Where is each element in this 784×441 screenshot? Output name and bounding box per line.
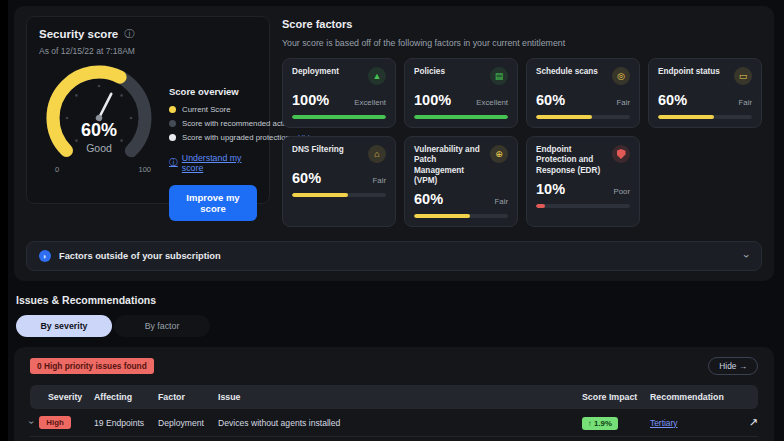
factor-percent: 60% — [536, 92, 565, 108]
factor-progress-bar — [536, 204, 630, 208]
improve-my-score-button[interactable]: Improve my score — [169, 185, 257, 221]
legend-item: Score with recommended actions — [169, 119, 257, 128]
factor-name: Vulnerability and Patch Management (VPM) — [414, 145, 485, 186]
col-factor: Factor — [158, 392, 218, 402]
factor-progress-fill — [414, 214, 470, 218]
gauge-arc — [39, 58, 159, 178]
factor-percent: 60% — [414, 191, 443, 207]
shield-glyph — [617, 149, 626, 159]
factor-name: Endpoint status — [658, 67, 720, 77]
shield-icon — [612, 145, 630, 163]
legend-dot-icon — [169, 134, 176, 141]
factor-status: Fair — [495, 197, 508, 206]
gauge-needle — [95, 92, 114, 122]
issues-tabs: By severityBy factor — [16, 315, 784, 337]
severity-cell: ›High — [30, 416, 94, 429]
factor-status: Poor — [614, 187, 630, 196]
issues-table-body: ›High19 EndpointsDeploymentDevices witho… — [30, 409, 758, 441]
factor-card[interactable]: Schedule scans◎60%Fair — [526, 58, 640, 128]
factor-percent: 10% — [536, 181, 565, 197]
severity-badge: High — [39, 416, 70, 429]
factor-name: DNS Filtering — [292, 145, 344, 155]
factor-progress-fill — [414, 115, 508, 119]
legend-dot-icon — [169, 120, 176, 127]
dns-filter-icon: ⌂ — [368, 145, 386, 163]
hide-issues-button[interactable]: Hide → — [708, 357, 758, 375]
factors-outside-subscription-toggle[interactable]: ◗ Factors outside of your subscription › — [26, 241, 762, 271]
legend-label: Score with recommended actions — [182, 119, 297, 128]
issue-cell: Devices without agents installed — [218, 418, 582, 428]
policy-document-icon: ▤ — [490, 67, 508, 85]
subscription-info-icon: ◗ — [39, 250, 51, 262]
factor-card[interactable]: Vulnerability and Patch Management (VPM)… — [404, 136, 518, 227]
factor-status: Fair — [373, 176, 386, 185]
scan-target-icon: ◎ — [612, 67, 630, 85]
factor-progress-fill — [536, 204, 545, 208]
external-link-icon[interactable]: ↗ — [724, 416, 758, 429]
score-factors-subtitle: Your score is based off of the following… — [282, 38, 762, 48]
score-factor-cards: Deployment▲100%ExcellentPolicies▤100%Exc… — [282, 58, 762, 227]
factor-name: Schedule scans — [536, 67, 598, 77]
factor-progress-bar — [414, 214, 508, 218]
col-affecting: Affecting — [94, 392, 158, 402]
factor-name: Policies — [414, 67, 445, 77]
gauge-status: Good — [39, 142, 159, 154]
factor-card[interactable]: Policies▤100%Excellent — [404, 58, 518, 128]
factor-card[interactable]: Endpoint Protection and Response (EDR)10… — [526, 136, 640, 227]
factor-name: Endpoint Protection and Response (EDR) — [536, 145, 607, 176]
score-overview: Score overview Current ScoreScore with r… — [169, 58, 257, 221]
security-overview-panel: Security score ⓘ As of 12/15/22 at 7:18A… — [14, 6, 774, 281]
tab-by-factor[interactable]: By factor — [114, 315, 210, 337]
score-timestamp: As of 12/15/22 at 7:18AM — [39, 46, 257, 56]
factor-card[interactable]: DNS Filtering⌂60%Fair — [282, 136, 396, 227]
gauge-max-label: 100 — [138, 165, 151, 174]
info-icon: ⓘ — [169, 157, 178, 169]
issues-panel: 0 High priority issues found Hide → Seve… — [14, 347, 774, 441]
score-legend: Current ScoreScore with recommended acti… — [169, 105, 257, 142]
issues-recommendations-title: Issues & Recommendations — [16, 294, 784, 306]
legend-label: Score with upgraded protection — [182, 133, 290, 142]
factor-status: Fair — [739, 98, 752, 107]
high-priority-alert-badge: 0 High priority issues found — [30, 358, 154, 374]
understand-my-score-link[interactable]: ⓘ Understand my score — [169, 153, 257, 173]
factor-name: Deployment — [292, 67, 339, 77]
score-overview-title: Score overview — [169, 86, 257, 97]
table-row: ›High12 EndpointsDeploymentDevices witho… — [30, 437, 758, 441]
security-advisor-page: Security score ⓘ As of 12/15/22 at 7:18A… — [8, 0, 784, 441]
factor-card[interactable]: Deployment▲100%Excellent — [282, 58, 396, 128]
security-score-title: Security score — [39, 28, 118, 40]
factor-percent: 60% — [658, 92, 687, 108]
recommendation-link[interactable]: Tertiary — [650, 418, 724, 428]
factor-progress-fill — [536, 115, 592, 119]
table-row: ›High19 EndpointsDeploymentDevices witho… — [30, 409, 758, 437]
col-score-impact: Score Impact — [582, 392, 650, 402]
score-impact-badge: ↑ 1.9% — [582, 417, 618, 430]
factor-card[interactable]: Endpoint status▭60%Fair — [648, 58, 762, 128]
factor-percent: 100% — [292, 92, 329, 108]
gauge-percent: 60% — [39, 120, 159, 141]
factor-status: Excellent — [476, 98, 508, 107]
factor-percent: 60% — [292, 170, 321, 186]
factor-status: Fair — [617, 98, 630, 107]
patch-icon: ⊕ — [490, 145, 508, 163]
tab-by-severity[interactable]: By severity — [16, 315, 112, 337]
score-factors-section: Score factors Your score is based off of… — [282, 16, 762, 227]
col-severity: Severity — [30, 392, 94, 402]
factor-progress-bar — [536, 115, 630, 119]
chevron-down-icon[interactable]: › — [741, 254, 753, 258]
factor-progress-bar — [658, 115, 752, 119]
row-expand-chevron-icon[interactable]: › — [26, 421, 37, 424]
factor-progress-fill — [658, 115, 714, 119]
info-icon[interactable]: ⓘ — [124, 27, 134, 41]
affecting-cell: 19 Endpoints — [94, 418, 158, 428]
issues-table: Severity Affecting Factor Issue Score Im… — [30, 385, 758, 441]
factor-progress-fill — [292, 193, 348, 197]
rocket-icon: ▲ — [368, 67, 386, 85]
col-issue: Issue — [218, 392, 582, 402]
legend-item: Current Score — [169, 105, 257, 114]
legend-dot-icon — [169, 106, 176, 113]
factor-progress-bar — [292, 193, 386, 197]
score-impact-cell: ↑ 1.9% — [582, 418, 650, 428]
factor-status: Excellent — [354, 98, 386, 107]
legend-item: Score with upgraded protectionHide — [169, 133, 257, 142]
